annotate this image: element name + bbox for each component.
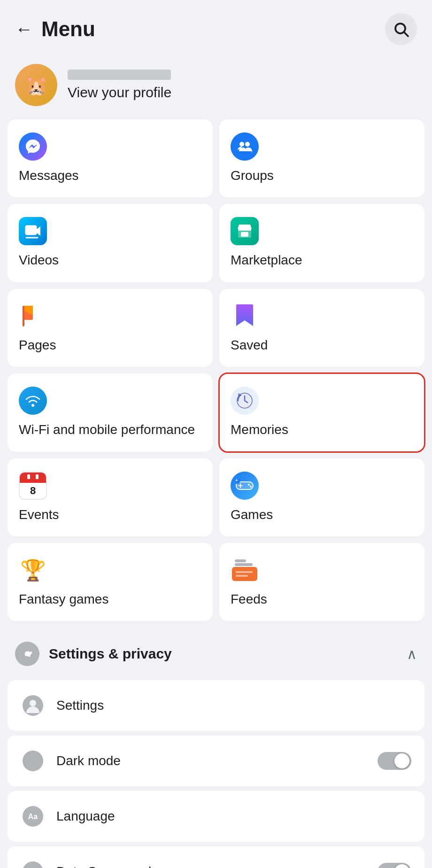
marketplace-icon xyxy=(231,217,259,245)
messages-label: Messages xyxy=(19,167,201,184)
grid-item-wifi[interactable]: Wi-Fi and mobile performance xyxy=(8,373,213,451)
saved-label: Saved xyxy=(231,337,413,354)
memories-icon xyxy=(231,387,259,415)
svg-line-1 xyxy=(404,32,408,36)
svg-point-35 xyxy=(23,861,43,868)
grid-item-groups[interactable]: Groups xyxy=(219,119,424,197)
menu-grid: Messages Groups Videos xyxy=(0,119,432,621)
svg-rect-9 xyxy=(238,229,251,231)
grid-item-fantasy[interactable]: 🏆 Fantasy games xyxy=(8,543,213,621)
grid-item-messages[interactable]: Messages xyxy=(8,119,213,197)
grid-item-pages[interactable]: Pages xyxy=(8,289,213,367)
avatar: 🐹 xyxy=(15,64,57,106)
svg-rect-27 xyxy=(235,563,253,566)
grid-item-saved[interactable]: Saved xyxy=(219,289,424,367)
settings-item-language[interactable]: Aa Language xyxy=(8,791,424,842)
data-saver-icon xyxy=(21,860,45,868)
moon-icon xyxy=(21,749,45,773)
profile-info: View your profile xyxy=(68,70,171,101)
pages-label: Pages xyxy=(19,337,201,354)
svg-point-31 xyxy=(30,700,36,706)
page-title: Menu xyxy=(41,17,95,41)
header-left: ← Menu xyxy=(15,17,95,41)
svg-point-3 xyxy=(245,142,250,147)
settings-person-icon xyxy=(21,693,45,718)
dark-mode-toggle[interactable] xyxy=(378,752,411,770)
settings-item-data-saver[interactable]: Data Saver mode xyxy=(8,846,424,868)
wifi-label: Wi-Fi and mobile performance xyxy=(19,421,201,438)
grid-item-games[interactable]: + Games xyxy=(219,458,424,536)
settings-label: Settings xyxy=(56,698,411,713)
feeds-icon xyxy=(231,556,259,584)
grid-item-events[interactable]: 8 Events xyxy=(8,458,213,536)
settings-section-label: Settings & privacy xyxy=(49,646,172,662)
toggle-knob-2 xyxy=(394,864,409,868)
settings-list: Settings Dark mode Aa Lang xyxy=(8,680,424,868)
pages-icon xyxy=(19,302,47,330)
grid-item-memories[interactable]: Memories xyxy=(219,373,424,451)
events-icon: 8 xyxy=(19,472,47,500)
svg-rect-6 xyxy=(25,225,37,235)
memories-label: Memories xyxy=(231,421,413,438)
toggle-knob xyxy=(394,753,409,768)
groups-icon xyxy=(231,132,259,161)
settings-header[interactable]: Settings & privacy ∧ xyxy=(8,628,424,680)
svg-rect-26 xyxy=(235,559,246,562)
gear-icon xyxy=(15,642,39,666)
language-icon: Aa xyxy=(21,804,45,829)
saved-icon xyxy=(231,302,259,330)
grid-item-feeds[interactable]: Feeds xyxy=(219,543,424,621)
svg-point-32 xyxy=(23,751,43,771)
svg-rect-29 xyxy=(236,575,248,577)
svg-rect-10 xyxy=(241,232,248,237)
svg-rect-28 xyxy=(236,571,253,573)
settings-section: Settings & privacy ∧ Settings xyxy=(0,628,432,868)
profile-name-blur xyxy=(68,70,171,80)
games-icon: + xyxy=(231,472,259,500)
language-label: Language xyxy=(56,809,411,824)
back-button[interactable]: ← xyxy=(15,20,33,38)
groups-label: Groups xyxy=(231,167,413,184)
data-saver-label: Data Saver mode xyxy=(56,864,366,868)
profile-row[interactable]: 🐹 View your profile xyxy=(0,54,432,119)
chevron-up-icon: ∧ xyxy=(407,646,417,662)
view-profile-link[interactable]: View your profile xyxy=(68,85,171,101)
search-button[interactable] xyxy=(385,13,417,45)
marketplace-label: Marketplace xyxy=(231,252,413,269)
grid-item-marketplace[interactable]: Marketplace xyxy=(219,204,424,282)
games-label: Games xyxy=(231,506,413,523)
svg-point-2 xyxy=(239,142,244,147)
svg-text:Aa: Aa xyxy=(28,813,38,821)
messenger-icon xyxy=(19,132,47,161)
videos-icon xyxy=(19,217,47,245)
svg-point-21 xyxy=(248,484,250,486)
settings-item-dark-mode[interactable]: Dark mode xyxy=(8,736,424,786)
fantasy-icon: 🏆 xyxy=(19,556,47,584)
feeds-label: Feeds xyxy=(231,591,413,608)
svg-point-22 xyxy=(250,486,252,488)
settings-header-left: Settings & privacy xyxy=(15,642,172,666)
svg-point-14 xyxy=(31,404,34,407)
svg-rect-13 xyxy=(23,306,24,326)
videos-label: Videos xyxy=(19,252,201,269)
events-label: Events xyxy=(19,506,201,523)
wifi-icon xyxy=(19,387,47,415)
data-saver-toggle[interactable] xyxy=(378,863,411,868)
settings-item-settings[interactable]: Settings xyxy=(8,680,424,731)
dark-mode-label: Dark mode xyxy=(56,753,366,768)
svg-text:+: + xyxy=(236,479,238,483)
grid-item-videos[interactable]: Videos xyxy=(8,204,213,282)
header: ← Menu xyxy=(0,0,432,54)
svg-rect-25 xyxy=(232,567,257,581)
fantasy-label: Fantasy games xyxy=(19,591,201,608)
